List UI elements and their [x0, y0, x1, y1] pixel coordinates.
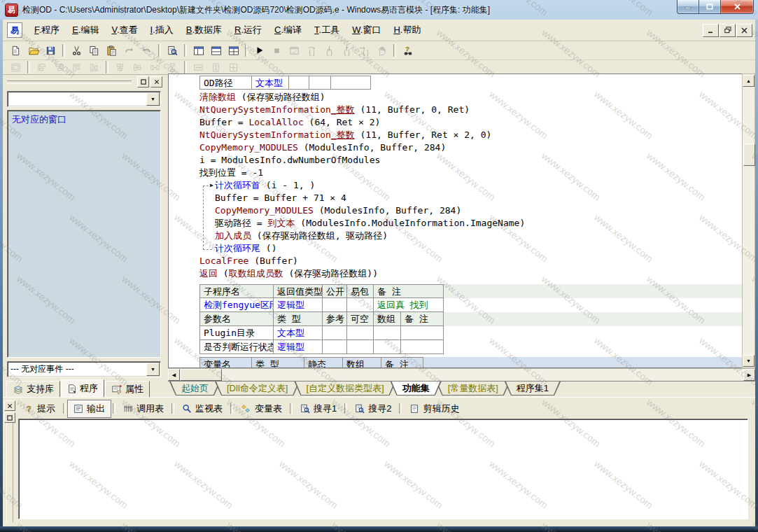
code-line-9[interactable]: Buffer = Buffer + 71 × 4 [199, 192, 742, 204]
table-cell[interactable] [347, 298, 374, 312]
tb-cut-button[interactable] [68, 42, 85, 59]
table-cell[interactable]: 文本型 [274, 326, 323, 340]
table-cell[interactable]: 检测fengyue区段 [199, 298, 274, 312]
table-cell[interactable]: 文本型 [252, 76, 289, 90]
table-cell[interactable]: 是否判断运行状态 [199, 340, 274, 354]
sidebar-tab-program[interactable]: 程序 [61, 379, 104, 398]
code-line-5[interactable]: CopyMemory_MODULES (ModulesInfo, Buffer,… [199, 141, 742, 154]
tb-save-button[interactable] [42, 42, 59, 59]
close-button[interactable] [721, 0, 754, 14]
table-cell[interactable] [347, 340, 374, 354]
menu-item-3[interactable]: V.查看 [105, 21, 143, 39]
tb-help-find-button[interactable]: ? [399, 42, 416, 59]
mdi-restore-button[interactable] [720, 24, 736, 37]
menu-item-2[interactable]: E.编辑 [66, 21, 105, 39]
table-cell[interactable]: 变量名 [199, 357, 252, 368]
code-line-10[interactable]: CopyMemory_MODULES (ModulesInfo, Buffer,… [199, 204, 742, 217]
output-tab-4[interactable]: 监视表 [176, 400, 229, 418]
code-line-4[interactable]: NtQuerySystemInformation_整数 (11, Buffer,… [199, 129, 742, 141]
output-tab-2[interactable]: 输出 [67, 400, 111, 418]
table-cell[interactable] [323, 298, 347, 312]
table-cell[interactable]: 可空 [347, 312, 374, 326]
sidebar-tab-library[interactable]: 支持库 [6, 381, 60, 398]
tb-find-button[interactable] [164, 42, 181, 59]
table-cell[interactable] [401, 326, 444, 340]
vertical-scroll-track[interactable] [743, 88, 754, 354]
doc-tab-6[interactable]: 程序集1 [505, 382, 561, 396]
tb-layout-mixed-button[interactable] [225, 42, 242, 59]
output-text-area[interactable] [18, 419, 748, 519]
vertical-scrollbar[interactable]: ▲ ▼ [742, 74, 755, 368]
doc-tab-4[interactable]: 功能集 [391, 382, 442, 396]
menu-item-1[interactable]: F.程序 [28, 21, 66, 39]
table-cell[interactable]: 类 型 [252, 357, 304, 368]
code-line-13[interactable]: 计次循环尾 () [199, 242, 742, 255]
code-line-7[interactable]: 找到位置 = -1 [199, 167, 742, 179]
vertical-scroll-thumb[interactable] [743, 144, 755, 166]
sidebar-close-icon[interactable] [150, 76, 162, 88]
menu-item-5[interactable]: B.数据库 [180, 21, 228, 39]
doc-tab-3[interactable]: [自定义数据类型表] [294, 382, 395, 396]
code-line-2[interactable]: NtQuerySystemInformation_整数 (11, Buffer,… [199, 104, 742, 116]
horizontal-scroll-thumb[interactable] [180, 369, 222, 381]
code-line-3[interactable]: Buffer = LocalAlloc (64, Ret × 2) [199, 116, 742, 129]
output-tab-3[interactable]: 调用表 [117, 400, 170, 418]
table-cell[interactable]: 子程序名 [199, 284, 274, 298]
output-tab-6[interactable]: 搜寻1 [294, 400, 343, 418]
table-cell[interactable]: 参考 [323, 312, 347, 326]
tb-open-folder-button[interactable] [24, 42, 42, 59]
table-cell[interactable] [309, 76, 331, 90]
window-list-item[interactable]: 无对应的窗口 [12, 113, 156, 126]
horizontal-scroll-track[interactable] [222, 370, 743, 380]
table-cell[interactable]: 备 注 [374, 284, 444, 298]
tb-run-button[interactable] [251, 42, 268, 59]
table-cell[interactable] [323, 326, 347, 340]
table-cell[interactable]: 返回值类型 [274, 284, 323, 298]
table-cell[interactable]: 数组 [374, 312, 401, 326]
table-cell[interactable]: Plugin目录 [199, 326, 274, 340]
table-cell[interactable] [374, 340, 401, 354]
code-editor-surface[interactable]: OD路径文本型 清除数组 (保存驱动路径数组)NtQuerySystemInfo… [168, 74, 742, 368]
table-cell[interactable]: 公开 [323, 284, 347, 298]
panel-close-icon[interactable] [4, 400, 15, 411]
tb-layout-left-button[interactable] [190, 42, 207, 59]
table-cell[interactable] [374, 326, 401, 340]
scroll-up-icon[interactable]: ▲ [743, 75, 755, 87]
sidebar-maximize-icon[interactable] [137, 76, 149, 88]
tb-new-doc-button[interactable] [7, 42, 24, 59]
horizontal-scrollbar[interactable]: ◀ ▶ [168, 368, 755, 381]
table-cell[interactable]: 返回真 找到 [374, 298, 444, 312]
code-line-15[interactable]: 返回 (取数组成员数 (保存驱动路径数组)) [199, 267, 742, 280]
code-line-12[interactable]: 加入成员 (保存驱动路径数组, 驱动路径) [199, 230, 742, 242]
code-line-14[interactable]: LocalFree (Buffer) [199, 255, 742, 267]
chevron-down-icon[interactable]: ▼ [146, 92, 160, 106]
event-select-combo[interactable]: --- 无对应事件 --- ▼ [7, 361, 161, 377]
panel-maximize-icon[interactable] [4, 412, 15, 423]
window-list[interactable]: 无对应的窗口 [7, 110, 161, 358]
chevron-down-icon[interactable]: ▼ [146, 363, 160, 376]
scroll-right-icon[interactable]: ▶ [743, 369, 755, 381]
scroll-down-icon[interactable]: ▼ [743, 355, 755, 367]
tb-paste-button[interactable] [103, 42, 120, 59]
output-tab-1[interactable]: ?提示 [18, 400, 62, 418]
menu-item-7[interactable]: C.编译 [268, 21, 308, 39]
table-cell[interactable]: 逻辑型 [274, 298, 323, 312]
tb-copy-button[interactable] [85, 42, 103, 59]
doc-tab-2[interactable]: [Dll命令定义表] [215, 382, 300, 396]
table-cell[interactable]: 静态 [304, 357, 343, 368]
table-cell[interactable]: 备 注 [381, 357, 423, 368]
menu-item-8[interactable]: T.工具 [308, 21, 346, 39]
table-cell[interactable]: 类 型 [274, 312, 323, 326]
code-line-8[interactable]: 计次循环首 (i - 1, ) [199, 179, 742, 192]
table-cell[interactable] [347, 326, 374, 340]
table-cell[interactable]: 数组 [343, 357, 381, 368]
menu-item-9[interactable]: W.窗口 [346, 21, 387, 39]
output-tab-8[interactable]: 剪辑历史 [403, 400, 465, 418]
doc-tab-5[interactable]: [常量数据表] [436, 382, 510, 396]
mdi-close-button[interactable] [736, 24, 752, 37]
output-tab-7[interactable]: 搜寻2 [349, 400, 398, 418]
table-cell[interactable] [401, 340, 444, 354]
table-cell[interactable] [323, 340, 347, 354]
table-cell[interactable] [289, 76, 309, 90]
sidebar-tab-property[interactable]: 属性 [105, 381, 150, 398]
